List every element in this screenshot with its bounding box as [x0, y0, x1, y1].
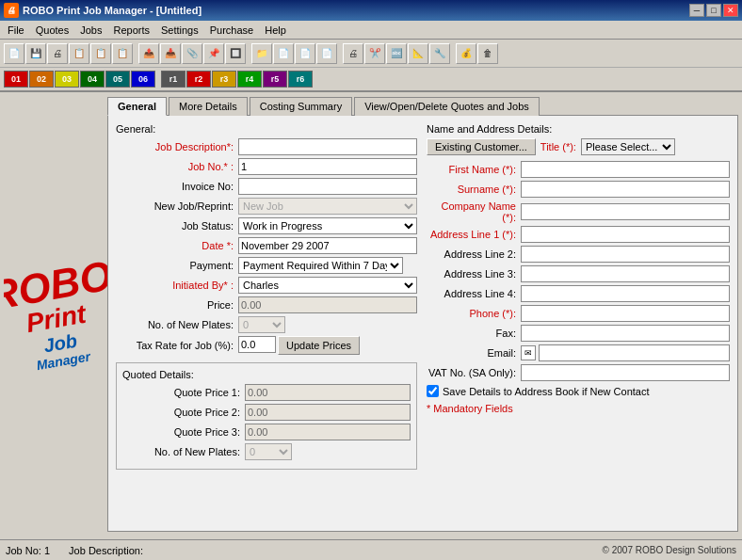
main-area: ROBO Print Job Manager General More Deta… — [0, 92, 742, 539]
new-job-select[interactable]: New Job Reprint — [238, 198, 417, 215]
job-no-input-wrap — [238, 158, 417, 175]
menu-quotes[interactable]: Quotes — [30, 23, 74, 38]
report-btn-01[interactable]: r1 — [161, 71, 186, 88]
addr3-input[interactable] — [521, 265, 730, 282]
menu-help[interactable]: Help — [259, 23, 292, 38]
settings-button[interactable]: 🔧 — [429, 43, 450, 64]
copy-button[interactable]: 📋 — [69, 43, 89, 64]
report-btn-03[interactable]: r3 — [212, 71, 236, 88]
tab-costing-summary[interactable]: Costing Summary — [250, 97, 352, 116]
save-button[interactable]: 💾 — [25, 43, 46, 64]
attach-button[interactable]: 📎 — [182, 43, 202, 64]
vat-input[interactable] — [521, 364, 730, 381]
toolbar-color: 01 02 03 04 05 06 r1 r2 r3 r4 r5 r6 — [0, 68, 742, 92]
doc3-button[interactable]: 📄 — [316, 43, 337, 64]
minimize-button[interactable]: ─ — [689, 4, 704, 17]
payment-select[interactable]: Payment Required Within 7 Days COD 30 Da… — [238, 257, 403, 274]
menu-file[interactable]: File — [2, 23, 30, 38]
import-button[interactable]: 📥 — [160, 43, 181, 64]
addr3-wrap — [521, 265, 730, 282]
print-button[interactable]: 🖨 — [47, 43, 68, 64]
addr3-label: Address Line 3: — [427, 268, 521, 280]
fax-row: Fax: — [427, 325, 730, 342]
new-job-label: New Job/Reprint: — [116, 200, 238, 212]
export-button[interactable]: 📤 — [138, 43, 159, 64]
folder-button[interactable]: 📁 — [251, 43, 272, 64]
addr1-wrap — [521, 226, 730, 243]
job-status-select[interactable]: Work in Progress Completed Cancelled — [238, 217, 417, 234]
color-btn-02[interactable]: 02 — [29, 71, 54, 88]
phone-input[interactable] — [521, 305, 730, 322]
tb-btn6[interactable]: 📋 — [112, 43, 133, 64]
initiated-by-select[interactable]: Charles Admin Other — [238, 277, 417, 294]
job-description-input[interactable] — [238, 138, 417, 155]
color-btn-03[interactable]: 03 — [55, 71, 79, 88]
new-job-select-wrap: New Job Reprint — [238, 198, 417, 215]
menu-jobs[interactable]: Jobs — [74, 23, 107, 38]
doc1-button[interactable]: 📄 — [273, 43, 294, 64]
text-button[interactable]: 🔤 — [386, 43, 407, 64]
plates-select[interactable]: 0 — [238, 316, 285, 333]
job-no-input[interactable] — [238, 158, 417, 175]
maximize-button[interactable]: □ — [706, 4, 721, 17]
color-btn-05[interactable]: 05 — [105, 71, 130, 88]
update-prices-button[interactable]: Update Prices — [278, 336, 360, 355]
invoice-no-input[interactable] — [238, 178, 417, 195]
general-section-title: General: — [116, 123, 417, 135]
quote-price1-input[interactable] — [245, 384, 411, 401]
price-input[interactable] — [238, 296, 417, 313]
quoted-plates-select[interactable]: 0 — [245, 443, 292, 460]
title-bar: 🖨 ROBO Print Job Manager - [Untitled] ─ … — [0, 0, 742, 21]
addr4-input[interactable] — [521, 285, 730, 302]
job-status-select-wrap: Work in Progress Completed Cancelled — [238, 217, 417, 234]
save-checkbox[interactable] — [427, 385, 439, 397]
print2-button[interactable]: 🖨 — [343, 43, 363, 64]
email-input[interactable] — [539, 344, 730, 361]
square-button[interactable]: 🔲 — [225, 43, 246, 64]
money-button[interactable]: 💰 — [456, 43, 476, 64]
report-btn-06[interactable]: r6 — [288, 71, 313, 88]
addr2-label: Address Line 2: — [427, 248, 521, 260]
first-name-input[interactable] — [521, 161, 730, 178]
pin-button[interactable]: 📌 — [203, 43, 224, 64]
tab-more-details[interactable]: More Details — [169, 97, 248, 116]
surname-input[interactable] — [521, 181, 730, 198]
company-name-input[interactable] — [521, 203, 730, 220]
existing-customer-button[interactable]: Existing Customer... — [427, 138, 536, 155]
delete-button[interactable]: 🗑 — [477, 43, 498, 64]
quote-price3-row: Quote Price 3: — [122, 424, 411, 440]
price-input-wrap — [238, 296, 417, 313]
fax-input[interactable] — [521, 325, 730, 342]
title-select[interactable]: Please Select... Mr Mrs Ms Dr — [581, 138, 675, 155]
quote-price3-label: Quote Price 3: — [122, 426, 245, 438]
price-label: Price: — [116, 299, 238, 311]
report-btn-05[interactable]: r5 — [263, 71, 287, 88]
color-btn-04[interactable]: 04 — [80, 71, 105, 88]
report-btn-04[interactable]: r4 — [237, 71, 262, 88]
phone-row: Phone (*): — [427, 305, 730, 322]
email-icon[interactable]: ✉ — [521, 345, 536, 360]
tab-general[interactable]: General — [107, 97, 167, 116]
quote-price3-input[interactable] — [245, 424, 411, 440]
menu-settings[interactable]: Settings — [155, 23, 204, 38]
addr4-wrap — [521, 285, 730, 302]
paste-button[interactable]: 📋 — [90, 43, 111, 64]
color-btn-01[interactable]: 01 — [4, 71, 28, 88]
close-button[interactable]: ✕ — [723, 4, 738, 17]
tax-rate-input[interactable] — [238, 336, 276, 353]
color-btn-06[interactable]: 06 — [131, 71, 155, 88]
report-btn-02[interactable]: r2 — [186, 71, 211, 88]
new-button[interactable]: 📄 — [4, 43, 24, 64]
date-input[interactable] — [238, 237, 417, 254]
doc2-button[interactable]: 📄 — [295, 43, 315, 64]
menu-reports[interactable]: Reports — [107, 23, 155, 38]
quote-price3-wrap — [245, 424, 411, 440]
addr2-input[interactable] — [521, 246, 730, 263]
quote-price2-input[interactable] — [245, 404, 411, 421]
name-addr-title: Name and Address Details: — [427, 123, 730, 135]
addr1-input[interactable] — [521, 226, 730, 243]
cut-button[interactable]: ✂️ — [364, 43, 385, 64]
tab-view-open-delete[interactable]: View/Open/Delete Quotes and Jobs — [354, 97, 540, 116]
ruler-button[interactable]: 📐 — [408, 43, 428, 64]
menu-purchase[interactable]: Purchase — [204, 23, 259, 38]
